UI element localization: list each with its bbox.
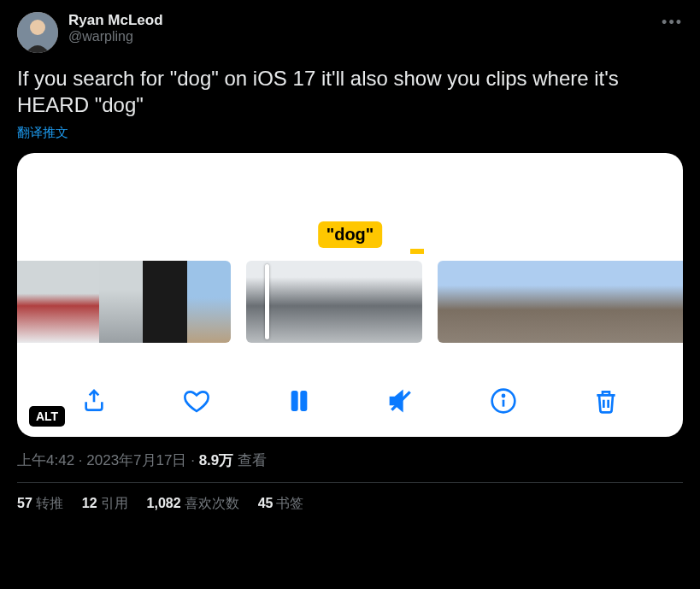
embedded-media[interactable]: "dog" — [17, 153, 683, 437]
clip-frame — [438, 261, 479, 343]
author-block: Ryan McLeod @warpling — [68, 12, 163, 44]
views-count: 8.9万 — [199, 452, 234, 468]
clip-frame — [246, 261, 305, 343]
mute-icon[interactable] — [385, 386, 416, 416]
stats-row: 57转推 12引用 1,082喜欢次数 45书签 — [17, 495, 683, 513]
clip-frame — [363, 261, 422, 343]
tweet-text: If you search for "dog" on iOS 17 it'll … — [17, 65, 683, 118]
timestamp-time[interactable]: 上午4:42 — [17, 452, 74, 468]
clip-frame — [99, 261, 143, 343]
svg-point-7 — [503, 395, 504, 397]
bookmark-stat[interactable]: 45书签 — [258, 495, 304, 513]
info-icon[interactable] — [488, 386, 519, 416]
svg-rect-2 — [292, 392, 297, 410]
clip-frame — [521, 261, 563, 343]
quote-stat[interactable]: 12引用 — [82, 495, 128, 513]
tweet-header: Ryan McLeod @warpling ••• — [17, 12, 683, 53]
svg-point-1 — [30, 20, 45, 35]
playhead[interactable] — [265, 264, 269, 339]
views-label: 查看 — [238, 452, 267, 468]
clip-group[interactable] — [246, 261, 422, 343]
avatar[interactable] — [17, 12, 58, 53]
more-button[interactable]: ••• — [662, 14, 683, 32]
alt-badge[interactable]: ALT — [29, 406, 65, 427]
retweet-stat[interactable]: 57转推 — [17, 495, 63, 513]
clip-frame — [143, 261, 186, 343]
translate-link[interactable]: 翻译推文 — [17, 125, 683, 141]
divider — [17, 482, 683, 483]
clip-frame — [17, 261, 56, 343]
like-stat[interactable]: 1,082喜欢次数 — [147, 495, 239, 513]
tweet-meta: 上午4:42 · 2023年7月17日 · 8.9万 查看 — [17, 451, 683, 470]
clip-frame — [606, 261, 648, 343]
svg-rect-3 — [301, 392, 305, 410]
clip-group[interactable] — [17, 261, 231, 343]
video-timeline[interactable] — [17, 261, 683, 343]
clip-frame — [56, 261, 99, 343]
pause-icon[interactable] — [284, 386, 315, 416]
share-icon[interactable] — [79, 386, 109, 416]
clip-frame — [648, 261, 683, 343]
media-controls — [17, 386, 683, 416]
tweet-container: Ryan McLeod @warpling ••• If you search … — [0, 0, 700, 521]
author-name[interactable]: Ryan McLeod — [68, 12, 163, 29]
search-tag-tick — [410, 249, 424, 254]
timestamp-date[interactable]: 2023年7月17日 — [86, 452, 186, 468]
clip-group[interactable] — [438, 261, 683, 343]
clip-frame — [187, 261, 231, 343]
heart-icon[interactable] — [181, 386, 212, 416]
clip-frame — [479, 261, 521, 343]
author-handle[interactable]: @warpling — [68, 29, 163, 44]
search-tag-label: "dog" — [318, 221, 383, 248]
trash-icon[interactable] — [591, 386, 621, 416]
clip-frame — [304, 261, 363, 343]
clip-frame — [564, 261, 606, 343]
